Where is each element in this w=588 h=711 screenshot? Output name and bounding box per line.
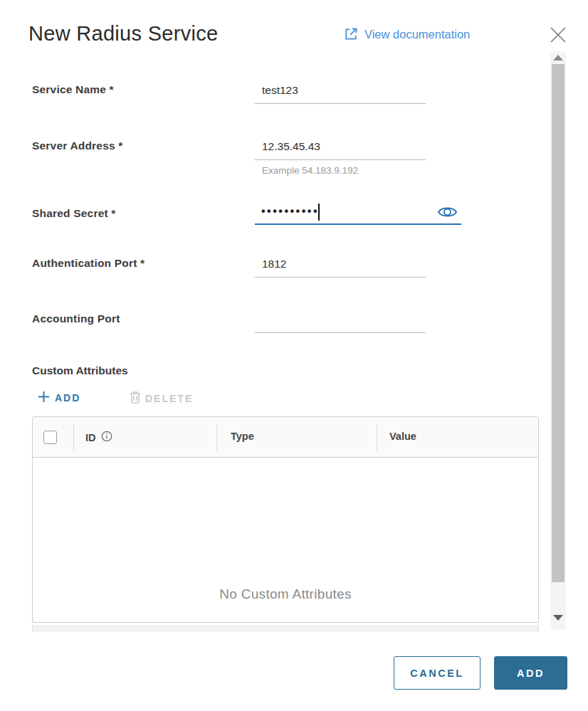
select-all-checkbox[interactable]	[43, 431, 57, 444]
view-documentation-label: View documentation	[364, 28, 470, 41]
authentication-port-label: Authentication Port *	[32, 257, 145, 270]
server-address-helper: Example 54.183.9.192	[262, 165, 358, 176]
delete-attribute-label: DELETE	[145, 393, 193, 404]
external-link-icon	[344, 27, 358, 41]
accounting-port-label: Accounting Port	[32, 312, 120, 325]
column-header-value: Value	[389, 431, 416, 442]
shared-secret-label: Shared Secret *	[32, 207, 116, 220]
service-name-input[interactable]	[255, 81, 426, 104]
custom-attributes-section-label: Custom Attributes	[32, 364, 128, 377]
text-cursor	[318, 204, 320, 221]
service-name-label: Service Name *	[32, 83, 114, 96]
page-title: New Radius Service	[28, 22, 219, 46]
accounting-port-input[interactable]	[255, 310, 426, 333]
view-documentation-link[interactable]: View documentation	[344, 27, 470, 41]
plus-icon	[38, 391, 50, 405]
column-header-id: ID	[85, 431, 112, 444]
table-empty-placeholder: No Custom Attributes	[33, 586, 538, 602]
trash-icon	[130, 391, 141, 406]
custom-attributes-table: ID Type Value No Custom Attributes	[32, 416, 539, 623]
table-header-row: ID Type Value	[33, 417, 538, 458]
scroll-up-icon[interactable]	[553, 55, 563, 60]
delete-attribute-button[interactable]: DELETE	[130, 391, 193, 406]
scroll-down-icon[interactable]	[553, 615, 563, 621]
column-divider	[73, 423, 74, 451]
cancel-button[interactable]: CANCEL	[394, 656, 481, 690]
shared-secret-input[interactable]: ••••••••••	[255, 203, 461, 225]
add-attribute-label: ADD	[55, 392, 80, 404]
authentication-port-input[interactable]	[255, 255, 426, 278]
info-icon[interactable]	[101, 431, 112, 444]
scrollbar-thumb[interactable]	[552, 64, 565, 582]
column-header-type: Type	[231, 431, 254, 442]
eye-icon[interactable]	[436, 204, 458, 221]
add-button[interactable]: ADD	[494, 656, 567, 690]
shared-secret-masked-value: ••••••••••	[261, 205, 319, 218]
server-address-input[interactable]	[255, 137, 426, 160]
close-icon[interactable]	[548, 25, 568, 45]
column-divider	[377, 423, 377, 451]
table-footer-strip	[32, 625, 539, 632]
server-address-label: Server Address *	[32, 139, 123, 152]
add-attribute-button[interactable]: ADD	[38, 391, 80, 405]
column-divider	[216, 423, 217, 451]
